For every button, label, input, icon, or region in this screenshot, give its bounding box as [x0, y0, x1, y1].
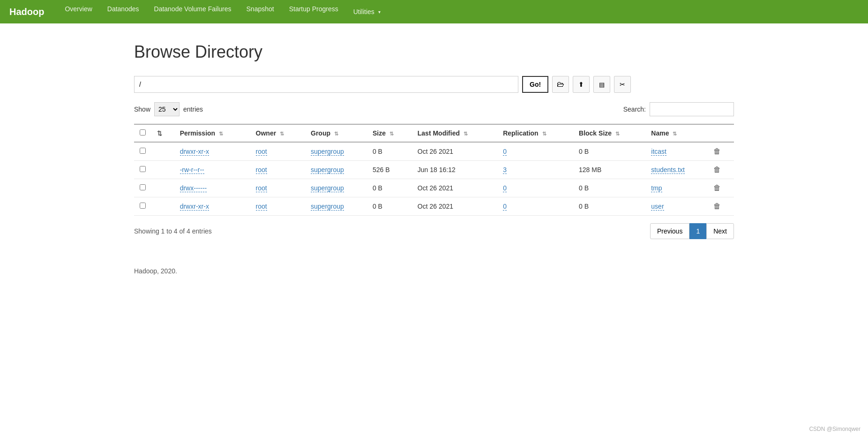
group-link-2[interactable]: supergroup	[311, 184, 344, 192]
directory-table: ⇅ Permission ⇅ Owner ⇅ Group ⇅ Size ⇅	[134, 124, 734, 216]
row-checkbox-0[interactable]	[140, 148, 146, 154]
permission-link-1[interactable]: -rw-r--r--	[180, 166, 204, 174]
th-block-size[interactable]: Block Size ⇅	[573, 124, 645, 142]
page-title: Browse Directory	[134, 42, 734, 62]
navbar-brand[interactable]: Hadoop	[9, 7, 44, 17]
name-link-1[interactable]: students.txt	[651, 166, 685, 174]
row-index-cell-0	[151, 142, 174, 161]
scissors-icon: ✂	[620, 81, 625, 88]
show-label: Show	[134, 105, 150, 113]
owner-link-0[interactable]: root	[256, 148, 267, 156]
nav-datanodes[interactable]: Datanodes	[101, 2, 146, 15]
th-sort-all[interactable]: ⇅	[151, 124, 174, 142]
row-permission-2: drwx------	[174, 179, 250, 197]
th-last-modified[interactable]: Last Modified ⇅	[412, 124, 497, 142]
row-checkbox-2[interactable]	[140, 184, 146, 190]
replication-link-2[interactable]: 0	[503, 184, 507, 192]
th-owner[interactable]: Owner ⇅	[250, 124, 305, 142]
row-owner-3: root	[250, 197, 305, 216]
delete-icon-2[interactable]: 🗑	[713, 184, 721, 192]
permission-link-2[interactable]: drwx------	[180, 184, 207, 192]
delete-icon-3[interactable]: 🗑	[713, 202, 721, 210]
row-checkbox-cell	[134, 142, 151, 161]
row-index-cell-2	[151, 179, 174, 197]
row-size-3: 0 B	[367, 197, 412, 216]
row-block-size-1: 128 MB	[573, 161, 645, 179]
row-last-modified-3: Oct 26 2021	[412, 197, 497, 216]
th-name[interactable]: Name ⇅	[645, 124, 708, 142]
scissors-icon-button[interactable]: ✂	[614, 76, 631, 93]
sort-last-modified-icon: ⇅	[464, 131, 468, 136]
sort-all-icon: ⇅	[157, 130, 162, 137]
previous-button[interactable]: Previous	[650, 223, 689, 239]
name-link-0[interactable]: itcast	[651, 148, 666, 156]
row-permission-1: -rw-r--r--	[174, 161, 250, 179]
owner-link-1[interactable]: root	[256, 166, 267, 174]
group-link-1[interactable]: supergroup	[311, 166, 344, 174]
row-group-3: supergroup	[305, 197, 367, 216]
row-size-1: 526 B	[367, 161, 412, 179]
delete-icon-0[interactable]: 🗑	[713, 147, 721, 155]
group-link-3[interactable]: supergroup	[311, 203, 344, 211]
next-button[interactable]: Next	[706, 223, 734, 239]
owner-link-2[interactable]: root	[256, 184, 267, 192]
th-size[interactable]: Size ⇅	[367, 124, 412, 142]
row-checkbox-cell	[134, 197, 151, 216]
go-button[interactable]: Go!	[522, 76, 548, 93]
row-index-cell-1	[151, 161, 174, 179]
th-permission[interactable]: Permission ⇅	[174, 124, 250, 142]
sort-permission-icon: ⇅	[219, 131, 223, 136]
row-index-cell-3	[151, 197, 174, 216]
search-input[interactable]	[650, 102, 734, 116]
group-link-0[interactable]: supergroup	[311, 148, 344, 156]
name-link-3[interactable]: user	[651, 203, 664, 211]
sort-name-icon: ⇅	[673, 131, 677, 136]
table-row: drwxr-xr-x root supergroup 0 B Oct 26 20…	[134, 197, 734, 216]
owner-link-3[interactable]: root	[256, 203, 267, 211]
list-icon-button[interactable]: ▤	[593, 76, 610, 93]
nav-snapshot[interactable]: Snapshot	[240, 2, 281, 15]
table-header: ⇅ Permission ⇅ Owner ⇅ Group ⇅ Size ⇅	[134, 124, 734, 142]
nav-overview[interactable]: Overview	[58, 2, 98, 15]
row-checkbox-3[interactable]	[140, 203, 146, 209]
row-delete-1: 🗑	[708, 161, 734, 179]
select-all-checkbox[interactable]	[140, 129, 146, 136]
show-entries-left: Show 10 25 50 100 entries	[134, 102, 203, 116]
row-delete-2: 🗑	[708, 179, 734, 197]
row-group-0: supergroup	[305, 142, 367, 161]
th-checkbox	[134, 124, 151, 142]
row-checkbox-1[interactable]	[140, 166, 146, 172]
th-group[interactable]: Group ⇅	[305, 124, 367, 142]
replication-link-3[interactable]: 0	[503, 203, 507, 211]
row-group-1: supergroup	[305, 161, 367, 179]
row-block-size-3: 0 B	[573, 197, 645, 216]
list-icon: ▤	[599, 81, 605, 88]
row-last-modified-0: Oct 26 2021	[412, 142, 497, 161]
page-1-button[interactable]: 1	[689, 223, 706, 239]
name-link-2[interactable]: tmp	[651, 184, 662, 192]
folder-icon-button[interactable]: 🗁	[552, 76, 569, 93]
sort-owner-icon: ⇅	[280, 131, 284, 136]
row-checkbox-cell	[134, 179, 151, 197]
row-permission-3: drwxr-xr-x	[174, 197, 250, 216]
nav-datanode-volume-failures[interactable]: Datanode Volume Failures	[148, 2, 238, 15]
row-owner-1: root	[250, 161, 305, 179]
row-size-0: 0 B	[367, 142, 412, 161]
nav-startup-progress[interactable]: Startup Progress	[283, 2, 345, 15]
path-input[interactable]	[134, 76, 518, 93]
sort-group-icon: ⇅	[334, 131, 338, 136]
replication-link-0[interactable]: 0	[503, 148, 507, 156]
row-permission-0: drwxr-xr-x	[174, 142, 250, 161]
replication-link-1[interactable]: 3	[503, 166, 507, 174]
th-replication[interactable]: Replication ⇅	[497, 124, 573, 142]
permission-link-3[interactable]: drwxr-xr-x	[180, 203, 209, 211]
row-owner-2: root	[250, 179, 305, 197]
th-delete	[708, 124, 734, 142]
pagination-buttons: Previous 1 Next	[650, 223, 734, 239]
row-name-3: user	[645, 197, 708, 216]
entries-select[interactable]: 10 25 50 100	[154, 102, 180, 116]
upload-icon-button[interactable]: ⬆	[573, 76, 590, 93]
permission-link-0[interactable]: drwxr-xr-x	[180, 148, 209, 156]
nav-utilities[interactable]: Utilities ▾	[347, 5, 387, 18]
delete-icon-1[interactable]: 🗑	[713, 166, 721, 173]
